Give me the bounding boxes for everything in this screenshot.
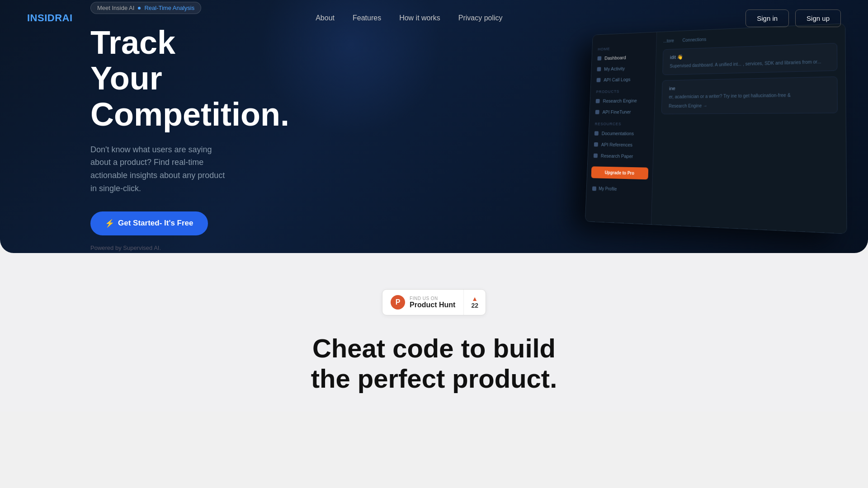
hero-mockup: HOME Dashboard My Activity API Call Logs… <box>579 27 841 226</box>
top-bar-item1: ...tore <box>663 38 674 43</box>
upgrade-button[interactable]: Upgrade to Pro <box>591 166 648 179</box>
sidebar-products-label: PRODUCTS <box>590 84 655 96</box>
ph-left: P FIND US ON Product Hunt <box>382 290 464 315</box>
api-ref-icon <box>594 142 598 147</box>
finetuner-icon <box>595 110 599 114</box>
hero-content: Meet Inside AI Real-Time Analysis Track … <box>0 2 316 251</box>
navbar: INSIDRAI About Features How it works Pri… <box>0 0 868 36</box>
mockup-sidebar: HOME Dashboard My Activity API Call Logs… <box>585 32 657 224</box>
ph-logo: P <box>391 295 405 310</box>
sidebar-my-activity[interactable]: My Activity <box>591 62 656 75</box>
mockup-main: ...tore Connections idit 👋 Supervised da… <box>651 23 847 233</box>
hero-subtitle: Don't know what users are saying about a… <box>90 143 226 195</box>
sidebar-api-call-logs[interactable]: API Call Logs <box>591 73 656 86</box>
mockup-window: HOME Dashboard My Activity API Call Logs… <box>585 23 847 234</box>
hero-title-line2: Competition. <box>90 96 289 132</box>
nav-privacy[interactable]: Privacy policy <box>458 14 503 22</box>
dashboard-icon <box>597 56 601 60</box>
top-bar-item2: Connections <box>682 37 706 43</box>
nav-features[interactable]: Features <box>353 14 381 22</box>
tagline-line1: Cheat code to build <box>312 333 556 363</box>
nav-actions: Sign in Sign up <box>745 9 841 27</box>
paper-icon <box>594 154 598 158</box>
tagline: Cheat code to build the perfect product. <box>311 333 557 394</box>
sidebar-research-engine[interactable]: Research Engine <box>590 95 655 107</box>
sidebar-api-finetuner[interactable]: API FineTuner <box>590 106 654 118</box>
hero-section: Meet Inside AI Real-Time Analysis Track … <box>0 0 868 253</box>
sidebar-docs[interactable]: Documentations <box>589 128 654 139</box>
card2-title: ine <box>669 83 829 91</box>
nav-how-it-works[interactable]: How it works <box>399 14 440 22</box>
powered-text: Powered by Supervised AI. <box>90 244 226 251</box>
profile-icon <box>592 186 596 191</box>
ph-name: Product Hunt <box>410 301 455 309</box>
activity-icon <box>597 67 601 71</box>
cta-label: Get Started- It's Free <box>118 219 193 228</box>
sidebar-profile[interactable]: My Profile <box>586 183 652 195</box>
nav-about[interactable]: About <box>316 14 335 22</box>
mockup-card-2: ine er, academician or a writer? Try ine… <box>661 76 838 114</box>
signup-button[interactable]: Sign up <box>795 9 841 27</box>
nav-links: About Features How it works Privacy poli… <box>316 14 502 22</box>
card2-link[interactable]: Research Engine → <box>669 102 829 109</box>
cta-button[interactable]: ⚡ Get Started- It's Free <box>90 211 208 235</box>
card1-text: Supervised dashboard. A unified int... ,… <box>670 58 829 69</box>
logo-highlight: AI <box>62 12 73 23</box>
ph-find-us: FIND US ON <box>410 296 455 301</box>
ph-right: ▲ 22 <box>464 291 486 314</box>
hero-title: Track Your Competition. <box>90 25 226 132</box>
ph-count: 22 <box>471 302 478 309</box>
sidebar-api-references[interactable]: API References <box>588 139 653 150</box>
docs-icon <box>594 131 599 135</box>
sidebar-research-paper[interactable]: Research Paper <box>588 150 653 162</box>
research-icon <box>596 99 600 103</box>
ph-arrow: ▲ <box>472 296 478 302</box>
product-hunt-badge[interactable]: P FIND US ON Product Hunt ▲ 22 <box>382 289 486 315</box>
mockup-card-1: idit 👋 Supervised dashboard. A unified i… <box>662 43 837 75</box>
cta-icon: ⚡ <box>105 219 114 228</box>
sidebar-resources-label: RESOURCES <box>589 117 654 128</box>
card2-text: er, academician or a writer? Try ine to … <box>669 91 829 100</box>
api-logs-icon <box>596 78 600 82</box>
logo[interactable]: INSIDRAI <box>27 12 73 24</box>
signin-button[interactable]: Sign in <box>745 9 789 27</box>
lower-section: P FIND US ON Product Hunt ▲ 22 Cheat cod… <box>0 253 868 412</box>
ph-text-block: FIND US ON Product Hunt <box>410 296 455 309</box>
logo-text: INSIDR <box>27 12 62 23</box>
tagline-line2: the perfect product. <box>311 364 557 393</box>
